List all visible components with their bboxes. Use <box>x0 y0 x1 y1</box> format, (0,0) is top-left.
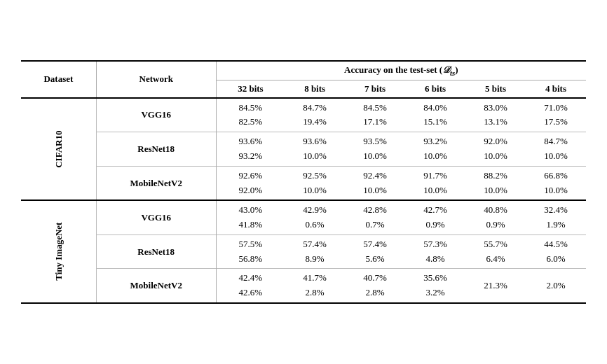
data-line2: 10.0% <box>531 149 580 164</box>
table-row: MobileNetV242.4%42.6%41.7%2.8%40.7%2.8%3… <box>21 269 586 303</box>
data-cell: 84.7%19.4% <box>285 98 345 132</box>
col-4bits: 4 bits <box>526 80 586 98</box>
data-line1: 43.0% <box>222 203 279 218</box>
data-line2: 10.0% <box>290 183 339 198</box>
data-line1: 66.8% <box>531 169 580 183</box>
data-line2: 10.0% <box>290 149 339 164</box>
data-line1: 57.4% <box>290 237 339 252</box>
main-container: Dataset Network Accuracy on the test-set… <box>0 46 607 318</box>
data-line2: 10.0% <box>411 183 460 198</box>
col-32bits: 32 bits <box>216 80 285 98</box>
data-line1: 40.8% <box>471 203 520 218</box>
data-line1: 92.5% <box>290 169 339 183</box>
data-line2: 92.0% <box>222 183 279 198</box>
accuracy-header: Accuracy on the test-set (𝒟ts) <box>216 61 586 80</box>
data-line1: 93.2% <box>411 134 460 149</box>
data-cell: 84.5%17.1% <box>345 98 405 132</box>
table-row: Tiny ImageNetVGG1643.0%41.8%42.9%0.6%42.… <box>21 200 586 234</box>
data-line2: 82.5% <box>222 115 279 130</box>
table-row: MobileNetV292.6%92.0%92.5%10.0%92.4%10.0… <box>21 166 586 200</box>
accuracy-label: Accuracy on the test-set <box>344 64 437 75</box>
dataset-cell: Tiny ImageNet <box>21 200 96 303</box>
data-cell: 57.5%56.8% <box>216 234 285 269</box>
data-line1: 83.0% <box>471 101 520 115</box>
col-8bits: 8 bits <box>285 80 345 98</box>
table-row: ResNet1857.5%56.8%57.4%8.9%57.4%5.6%57.3… <box>21 234 586 269</box>
data-line1: 91.7% <box>411 169 460 183</box>
data-line2: 10.0% <box>411 149 460 164</box>
header-row-1: Dataset Network Accuracy on the test-set… <box>21 61 586 80</box>
data-line1: 92.4% <box>350 169 400 183</box>
table-body: CIFAR10VGG1684.5%82.5%84.7%19.4%84.5%17.… <box>21 98 586 304</box>
data-cell: 35.6%3.2% <box>405 269 465 303</box>
data-line2: 93.2% <box>222 149 279 164</box>
data-cell: 41.7%2.8% <box>285 269 345 303</box>
network-cell: MobileNetV2 <box>96 269 216 303</box>
data-line2: 0.9% <box>471 218 520 232</box>
data-cell: 84.7%10.0% <box>526 132 586 167</box>
data-cell: 88.2%10.0% <box>465 166 526 200</box>
data-line2: 2.8% <box>290 286 339 300</box>
data-line2: 10.0% <box>531 183 580 198</box>
data-line2: 17.5% <box>531 115 580 130</box>
data-line1: 44.5% <box>531 237 580 252</box>
data-cell: 92.5%10.0% <box>285 166 345 200</box>
data-line1: 84.7% <box>290 101 339 115</box>
data-cell: 40.7%2.8% <box>345 269 405 303</box>
table-row: CIFAR10VGG1684.5%82.5%84.7%19.4%84.5%17.… <box>21 98 586 132</box>
data-line1: 84.5% <box>350 101 400 115</box>
data-line1: 57.4% <box>350 237 400 252</box>
data-line1: 55.7% <box>471 237 520 252</box>
data-line1: 42.9% <box>290 203 339 218</box>
data-cell: 21.3% <box>465 269 526 303</box>
data-cell: 83.0%13.1% <box>465 98 526 132</box>
data-line1: 88.2% <box>471 169 520 183</box>
data-line2: 42.6% <box>222 286 279 300</box>
data-line1: 93.5% <box>350 134 400 149</box>
data-line1: 93.6% <box>222 134 279 149</box>
data-cell: 91.7%10.0% <box>405 166 465 200</box>
data-cell: 71.0%17.5% <box>526 98 586 132</box>
data-cell: 44.5%6.0% <box>526 234 586 269</box>
data-cell: 40.8%0.9% <box>465 200 526 234</box>
data-cell: 92.4%10.0% <box>345 166 405 200</box>
data-cell: 93.5%10.0% <box>345 132 405 167</box>
network-cell: VGG16 <box>96 200 216 234</box>
data-cell: 43.0%41.8% <box>216 200 285 234</box>
col-5bits: 5 bits <box>465 80 526 98</box>
dataset-cell: CIFAR10 <box>21 98 96 201</box>
data-line1: 42.4% <box>222 271 279 286</box>
data-line1: 57.3% <box>411 237 460 252</box>
data-line1: 40.7% <box>350 271 400 286</box>
data-cell: 92.6%92.0% <box>216 166 285 200</box>
data-cell: 66.8%10.0% <box>526 166 586 200</box>
dataset-header: Dataset <box>21 61 96 98</box>
data-cell: 93.6%10.0% <box>285 132 345 167</box>
data-cell: 57.4%5.6% <box>345 234 405 269</box>
data-line2: 10.0% <box>471 149 520 164</box>
data-cell: 42.4%42.6% <box>216 269 285 303</box>
data-line2: 10.0% <box>350 183 400 198</box>
data-cell: 93.2%10.0% <box>405 132 465 167</box>
data-line1: 42.8% <box>350 203 400 218</box>
data-line1: 92.0% <box>471 134 520 149</box>
accuracy-sub: 𝒟ts <box>442 64 455 75</box>
data-cell: 84.0%15.1% <box>405 98 465 132</box>
data-line1: 41.7% <box>290 271 339 286</box>
data-cell: 42.8%0.7% <box>345 200 405 234</box>
data-line1: 84.5% <box>222 101 279 115</box>
data-cell: 42.7%0.9% <box>405 200 465 234</box>
data-line2: 5.6% <box>350 252 400 267</box>
data-line1: 32.4% <box>531 203 580 218</box>
data-line2: 0.6% <box>290 218 339 232</box>
data-line1: 42.7% <box>411 203 460 218</box>
network-cell: MobileNetV2 <box>96 166 216 200</box>
data-line2: 0.7% <box>350 218 400 232</box>
table-row: ResNet1893.6%93.2%93.6%10.0%93.5%10.0%93… <box>21 132 586 167</box>
data-line2: 41.8% <box>222 218 279 232</box>
data-line1: 93.6% <box>290 134 339 149</box>
data-line2: 3.2% <box>411 286 460 300</box>
data-line1: 2.0% <box>531 279 580 293</box>
data-cell: 32.4%1.9% <box>526 200 586 234</box>
data-line2: 56.8% <box>222 252 279 267</box>
